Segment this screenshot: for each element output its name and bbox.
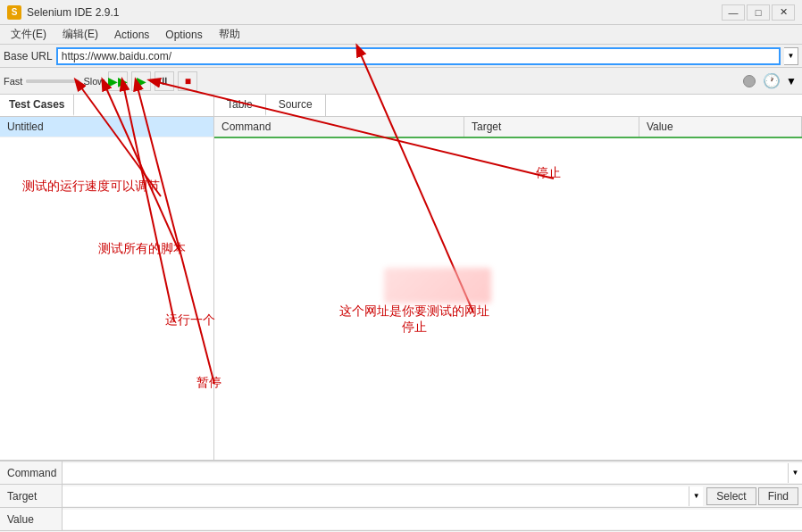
app-icon: S (7, 5, 21, 20)
left-panel: Test Cases Untitled (0, 95, 214, 460)
target-label: Target (0, 485, 63, 507)
tab-table[interactable]: Table (214, 95, 266, 116)
record-button[interactable] (739, 71, 759, 91)
command-input[interactable] (63, 463, 788, 483)
speed-slow-label: Slow (83, 76, 104, 87)
table-container: Command Target Value (214, 117, 802, 460)
menu-options[interactable]: Options (158, 27, 209, 43)
title-bar: S Selenium IDE 2.9.1 — □ ✕ (0, 0, 802, 25)
menu-help[interactable]: 帮助 (212, 25, 247, 44)
command-label: Command (0, 461, 63, 484)
left-panel-header: Test Cases (0, 95, 213, 117)
settings-icon[interactable]: ▼ (784, 73, 798, 89)
pause-icon: ⏸ (159, 75, 170, 87)
right-panel: Table Source Command Target Value (214, 95, 802, 460)
speed-fast-label: Fast (4, 76, 22, 87)
command-input-container: ▼ (63, 463, 802, 483)
window-controls: — □ ✕ (722, 4, 795, 21)
command-dropdown[interactable]: ▼ (788, 463, 802, 483)
minimize-button[interactable]: — (722, 4, 745, 21)
menu-bar: 文件(E) 编辑(E) Actions Options 帮助 (0, 25, 802, 45)
maximize-button[interactable]: □ (747, 4, 770, 21)
stop-icon: ■ (185, 75, 191, 87)
close-button[interactable]: ✕ (772, 4, 795, 21)
toolbar-left: Fast Slow ▶▶ ▶ ⏸ ■ (4, 71, 197, 91)
play-all-button[interactable]: ▶▶ (108, 71, 128, 91)
target-buttons: Select Find (703, 487, 802, 505)
value-input-container (63, 510, 802, 529)
toolbar-right: 🕐 ▼ (739, 71, 798, 91)
url-dropdown[interactable]: ▼ (784, 47, 798, 65)
toolbar-url: Base URL ▼ (0, 45, 802, 68)
base-url-input[interactable] (56, 47, 781, 65)
speed-slider[interactable] (26, 79, 79, 83)
test-case-item[interactable]: Untitled (0, 117, 213, 137)
menu-edit[interactable]: 编辑(E) (55, 25, 105, 44)
select-button[interactable]: Select (706, 487, 756, 505)
target-dropdown[interactable]: ▼ (689, 486, 703, 506)
tab-source[interactable]: Source (266, 95, 326, 116)
main-content: Test Cases Untitled Table Source Command… (0, 95, 802, 461)
col-command: Command (214, 117, 464, 137)
right-panel-tabs: Table Source (214, 95, 802, 117)
target-input[interactable] (63, 486, 689, 506)
value-row: Value (0, 508, 802, 531)
stop-button[interactable]: ■ (178, 71, 197, 91)
command-row: Command ▼ (0, 461, 802, 485)
col-target: Target (464, 117, 639, 137)
col-value: Value (639, 117, 801, 137)
bottom-panel: Command ▼ Target ▼ Select Find Value (0, 461, 802, 532)
tab-test-cases[interactable]: Test Cases (0, 95, 74, 116)
pause-button[interactable]: ⏸ (155, 71, 174, 91)
title-bar-left: S Selenium IDE 2.9.1 (7, 5, 119, 20)
play-all-icon: ▶▶ (108, 74, 128, 88)
base-url-label: Base URL (4, 50, 53, 62)
record-icon (743, 75, 756, 87)
value-label: Value (0, 508, 63, 530)
find-button[interactable]: Find (758, 487, 798, 505)
target-input-container: ▼ (63, 486, 703, 506)
play-button[interactable]: ▶ (131, 71, 151, 91)
app-title: Selenium IDE 2.9.1 (27, 6, 119, 19)
command-table: Command Target Value (214, 117, 802, 138)
target-row: Target ▼ Select Find (0, 485, 802, 508)
value-input[interactable] (63, 510, 802, 529)
time-icon[interactable]: 🕐 (763, 72, 781, 89)
menu-actions[interactable]: Actions (107, 27, 156, 43)
play-icon: ▶ (137, 74, 146, 88)
menu-file[interactable]: 文件(E) (4, 25, 54, 44)
toolbar-controls: Fast Slow ▶▶ ▶ ⏸ ■ 🕐 ▼ (0, 68, 802, 95)
